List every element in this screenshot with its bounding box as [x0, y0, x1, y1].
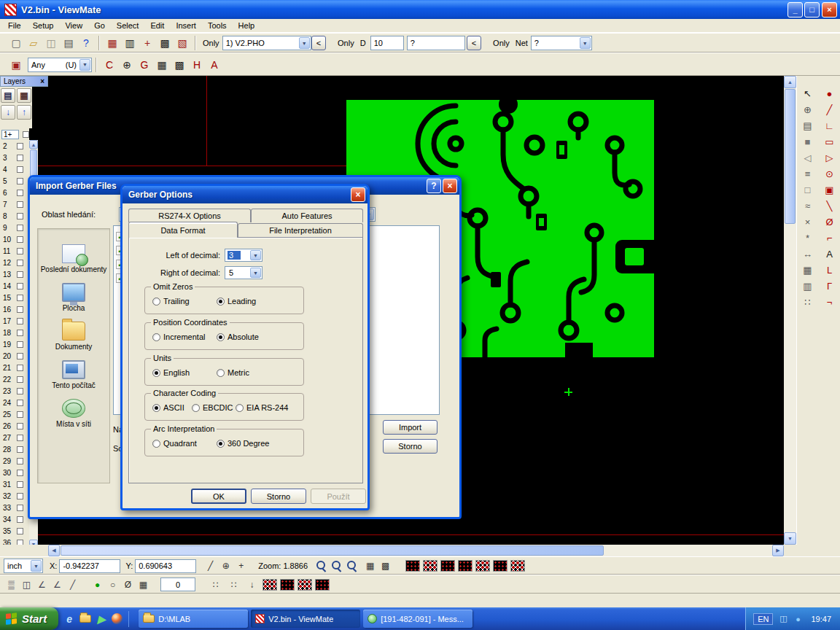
taskbar-clock[interactable]: 19:47 — [811, 615, 831, 623]
dot-grid-b-icon[interactable]: ∷ — [226, 578, 241, 591]
previous-layer-button[interactable]: < — [311, 36, 326, 50]
angle-b-icon[interactable]: ∠ — [50, 578, 65, 591]
taskbar-button-v2-bin-viewmate[interactable]: V2.bin - ViewMate — [251, 610, 360, 628]
bend-tool-icon[interactable]: Γ — [821, 279, 839, 293]
layer-visibility-checkbox[interactable] — [17, 236, 23, 243]
layer-visibility-checkbox[interactable] — [17, 306, 23, 313]
menu-tools[interactable]: Tools — [202, 20, 233, 31]
menu-edit[interactable]: Edit — [144, 20, 170, 31]
target-icon[interactable]: ⊕ — [218, 559, 233, 573]
ok-button[interactable]: OK — [191, 489, 246, 504]
layer-colors-icon[interactable]: ▦ — [17, 88, 31, 103]
dcode-filter-field[interactable]: ? — [407, 36, 465, 50]
taskbar-button-191-482-091-mess[interactable]: [191-482-091] - Mess... — [363, 610, 472, 628]
radio-incremental[interactable]: Incremental — [152, 332, 205, 341]
rows-tool-icon[interactable]: ▥ — [799, 279, 817, 293]
only-net-label[interactable]: Only — [493, 39, 510, 47]
layer-visibility-checkbox[interactable] — [17, 435, 23, 441]
pad-stack-icon[interactable]: ◫ — [19, 578, 34, 591]
circle-tool-icon[interactable]: ⊙ — [821, 166, 839, 181]
place-desktop[interactable]: Plocha — [38, 283, 109, 312]
radio-ascii[interactable]: ASCII — [152, 403, 184, 412]
grid-display-icon[interactable]: ▦ — [362, 559, 378, 573]
null-aperture-tool-icon[interactable]: Ø — [821, 214, 839, 229]
scroll-down-button[interactable]: ▼ — [784, 532, 796, 545]
layer-row[interactable]: 24 — [0, 397, 29, 408]
canvas-vertical-scrollbar[interactable]: ▲ ▼ — [784, 76, 796, 545]
radio-metric[interactable]: Metric — [217, 368, 249, 377]
pattern-b-icon[interactable] — [280, 579, 295, 591]
place-network-places[interactable]: Místa v síti — [38, 399, 109, 428]
apply-button[interactable]: Použít — [311, 489, 366, 504]
drop-anchor-icon[interactable]: ↓ — [244, 578, 260, 591]
close-button[interactable]: × — [443, 179, 457, 193]
layer-visibility-checkbox[interactable] — [17, 423, 23, 429]
chevron-down-icon[interactable]: ▼ — [250, 250, 261, 260]
previous-dcode-button[interactable]: < — [467, 36, 481, 50]
rectangle-tool-icon[interactable]: ▭ — [821, 134, 839, 149]
dot-grid-a-icon[interactable]: ∷ — [208, 578, 223, 591]
menu-insert[interactable]: Insert — [170, 20, 202, 31]
layer-row[interactable]: 5 — [0, 175, 29, 187]
l-track-tool-icon[interactable]: L — [821, 262, 839, 277]
layer-row[interactable]: 9 — [0, 222, 29, 233]
place-recent-documents[interactable]: Poslední dokumenty — [38, 244, 109, 273]
title-bar[interactable]: V2.bin - ViewMate _ □ × — [0, 0, 840, 19]
new-file-icon[interactable]: ▢ — [8, 35, 24, 51]
layer-row[interactable]: 12 — [0, 257, 29, 268]
radio-ebcdic[interactable]: EBCDIC — [192, 403, 233, 412]
scroll-up-button[interactable]: ▲ — [784, 76, 796, 88]
layer-row[interactable]: 27 — [0, 432, 29, 443]
film-view-3-icon[interactable] — [440, 560, 455, 572]
layer-row[interactable]: 33 — [0, 502, 29, 513]
layer-row[interactable]: 32 — [0, 490, 29, 502]
layer-row[interactable]: 4 — [0, 163, 29, 175]
close-button[interactable]: × — [351, 187, 365, 202]
layer-visibility-checkbox[interactable] — [17, 365, 23, 371]
layer-row[interactable]: 23 — [0, 385, 29, 397]
layer-row[interactable]: 26 — [0, 420, 29, 432]
menu-help[interactable]: Help — [233, 20, 261, 31]
tab-file-interpretation[interactable]: File Interpretation — [238, 223, 363, 237]
frame-tool-icon[interactable]: □ — [799, 182, 817, 197]
tab-auto-features[interactable]: Auto Features — [251, 209, 363, 222]
layer-visibility-checkbox[interactable] — [17, 470, 23, 476]
macro-icon[interactable]: ▩ — [157, 35, 173, 51]
layer-row[interactable]: 2 — [0, 140, 29, 152]
film-view-5-icon[interactable] — [475, 560, 490, 572]
layer-detail-icon[interactable]: ▤ — [799, 118, 817, 133]
canvas-horizontal-scrollbar[interactable]: ◀ ▶ — [48, 545, 784, 556]
menu-go[interactable]: Go — [88, 20, 111, 31]
crosshair-tool-icon[interactable]: ⊕ — [119, 57, 135, 73]
grid-snap-icon[interactable]: ▩ — [378, 559, 393, 573]
list-tool-icon[interactable]: ≡ — [799, 166, 817, 181]
zoom-center-icon[interactable]: + — [233, 559, 249, 573]
layer-visibility-checkbox[interactable] — [17, 493, 23, 499]
diagonal-measure-icon[interactable]: ╱ — [203, 559, 218, 573]
pattern-c-icon[interactable] — [298, 579, 312, 591]
pointer-tool-icon[interactable]: ↖ — [799, 86, 817, 101]
scrollbar-thumb[interactable] — [61, 545, 604, 556]
dcode-value-field[interactable]: 10 — [370, 36, 404, 50]
move-layer-up-icon[interactable]: ↑ — [17, 105, 31, 120]
layer-visibility-checkbox[interactable] — [17, 283, 23, 289]
show-desktop-icon[interactable]: ▶ — [95, 612, 108, 626]
radio-quadrant[interactable]: Quadrant — [152, 439, 197, 448]
layer-visibility-checkbox[interactable] — [17, 201, 23, 208]
menu-file[interactable]: File — [2, 20, 27, 31]
layer-list-icon[interactable]: ▤ — [1, 88, 15, 103]
radio-eia-rs-244[interactable]: EIA RS-244 — [236, 403, 288, 412]
layer-row[interactable]: 34 — [0, 513, 29, 525]
scroll-up-button[interactable]: ▲ — [29, 140, 38, 149]
layer-row[interactable]: 10 — [0, 233, 29, 245]
scroll-left-button[interactable]: ◀ — [48, 545, 60, 556]
layer-visibility-checkbox[interactable] — [17, 271, 23, 278]
layer-visibility-checkbox[interactable] — [17, 260, 23, 266]
only-dcode-label[interactable]: Only — [338, 39, 354, 47]
browser-ball-icon[interactable] — [112, 613, 122, 624]
layer-visibility-checkbox[interactable] — [17, 388, 23, 394]
origin-tool-icon[interactable]: ⊕ — [799, 102, 817, 117]
layer-visibility-checkbox[interactable] — [17, 341, 23, 348]
diameter-icon[interactable]: Ø — [120, 578, 136, 591]
film-edit-icon[interactable]: ▒ — [4, 578, 19, 591]
